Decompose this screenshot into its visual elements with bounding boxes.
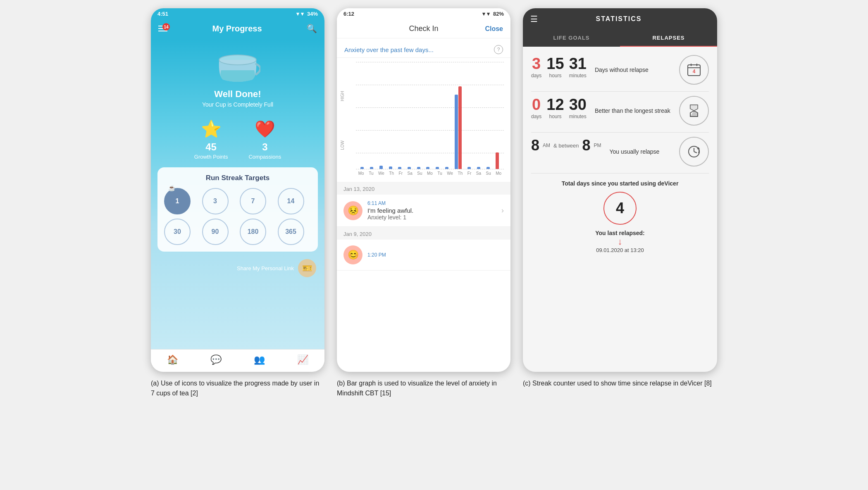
bottom-nav-a: 🏠 💬 👥 📈 (151, 349, 324, 370)
screen-b-title: Check In (409, 24, 438, 33)
streak-grid: ☕ 1 3 7 14 30 90 (164, 188, 311, 245)
battery-a: 34% (307, 11, 318, 17)
days-without-relapse-text: Days without relapse (595, 67, 649, 73)
chart-area: HIGH LOW (337, 58, 510, 182)
share-label: Share My Personal Link (237, 265, 294, 271)
streak-item-90[interactable]: 90 (202, 219, 229, 245)
nav-chart-icon[interactable]: 📈 (297, 354, 308, 365)
question-icon[interactable]: ? (494, 45, 503, 54)
checkin-list: Jan 13, 2020 😣 6:11 AM I'm feeling awful… (337, 182, 510, 271)
hamburger-icon[interactable]: ☰ (530, 14, 538, 24)
streak-item-14[interactable]: 14 (278, 188, 304, 214)
days-value-2: 0 (532, 96, 541, 114)
checkin-time-0: 6:11 AM (367, 200, 496, 206)
star-icon: ⭐ (201, 119, 222, 139)
nav-home-icon[interactable]: 🏠 (167, 354, 178, 365)
am-label: AM (543, 143, 550, 148)
anxiety-section: Anxiety over the past few days... ? (337, 38, 510, 58)
close-button[interactable]: Close (485, 25, 503, 33)
header-c: ☰ STATISTICS (523, 8, 717, 30)
checkin-avatar-0: 😣 (343, 201, 362, 220)
date-jan13: Jan 13, 2020 (337, 182, 510, 195)
streak-item-1[interactable]: ☕ 1 (164, 188, 191, 214)
compassions-stat: ❤️ 3 Compassions (248, 119, 281, 160)
caption-c: (c) Streak counter used to show time sin… (523, 378, 717, 398)
streak-item-365[interactable]: 365 (278, 219, 304, 245)
caption-a-text: (a) Use of icons to visualize the progre… (151, 380, 319, 397)
cup-graphic (215, 48, 260, 85)
screen-c: ☰ STATISTICS LIFE GOALS RELAPSES 3 days … (523, 8, 717, 372)
last-relapsed-label: You last relapsed: (531, 230, 709, 236)
minutes-label-1: minutes (569, 73, 587, 78)
hours-col-1: 15 hours (546, 55, 564, 78)
header-a: 14 My Progress 🔍 (151, 19, 324, 39)
date-jan9: Jan 9, 2020 (337, 227, 510, 240)
time-counter-1: 3 days 15 hours 31 minutes (531, 55, 587, 78)
hours-col-2: 12 hours (546, 96, 564, 119)
hours-label-1: hours (549, 73, 561, 78)
streak-title: Run Streak Targets (164, 174, 311, 182)
tab-life-goals[interactable]: LIFE GOALS (523, 30, 620, 47)
nav-chat-icon[interactable]: 💬 (210, 354, 222, 365)
notification-badge: 14 (162, 23, 170, 31)
screen-c-title: STATISTICS (544, 15, 693, 23)
longest-streak-text: Better than the longest streak (595, 107, 670, 114)
battery-b: 82% (493, 11, 504, 17)
status-bar-a: 4:51 ▾ ▾ 34% (151, 8, 324, 19)
stats-row-1: 3 days 15 hours 31 minutes Days without … (531, 55, 709, 85)
menu-icon[interactable]: 14 (158, 26, 167, 31)
checkin-avatar-1: 😊 (343, 245, 362, 264)
hourglass-icon (679, 96, 709, 126)
share-row: Share My Personal Link 🎫 (151, 259, 324, 277)
streak-item-30[interactable]: 30 (164, 219, 191, 245)
streak-item-7[interactable]: 7 (240, 188, 266, 214)
svg-text:4: 4 (693, 69, 696, 74)
checkin-content-1: 1:20 PM (367, 252, 504, 258)
screen-a: 4:51 ▾ ▾ 34% 14 My Progress 🔍 (151, 8, 324, 372)
streak-item-180[interactable]: 180 (240, 219, 266, 245)
chart-high-label: HIGH (340, 91, 345, 101)
compassions-label: Compassions (248, 154, 281, 160)
last-relapsed-section: You last relapsed: ↓ 09.01.2020 at 13:20 (531, 230, 709, 253)
search-icon[interactable]: 🔍 (307, 24, 317, 33)
checkin-item-1[interactable]: 😊 1:20 PM (337, 240, 510, 271)
status-bar-b: 6:12 ▾ ▾ 82% (337, 8, 510, 19)
compassions-value: 3 (262, 141, 267, 153)
total-count: 4 (616, 200, 624, 217)
checkin-sub-0: Anxiety level: 1 (367, 214, 496, 221)
chart-low-label: LOW (340, 140, 345, 150)
grid-line-top (356, 62, 504, 62)
chevron-right-icon: › (501, 206, 504, 215)
growth-points-value: 45 (205, 141, 217, 153)
chart-grid (356, 62, 504, 169)
caption-b-text: (b) Bar graph is used to visualize the l… (337, 380, 497, 397)
nav-people-icon[interactable]: 👥 (254, 354, 265, 365)
caption-c-text: (c) Streak counter used to show time sin… (523, 380, 712, 387)
divider-1 (531, 91, 709, 92)
calendar-icon: 4 (679, 55, 709, 85)
days-col-2: 0 days (531, 96, 541, 119)
icon-desc-3: You usually relapse (610, 148, 675, 155)
x-axis: Mo Tu We Th Fr Sa Su Mo Tu We Th Fr Sa S… (356, 169, 504, 177)
checkin-content-0: 6:11 AM I'm feeling awful. Anxiety level… (367, 200, 496, 221)
time-range: 8 AM & between 8 PM (531, 137, 601, 154)
heart-icon: ❤️ (255, 119, 275, 139)
stats-body: 3 days 15 hours 31 minutes Days without … (523, 47, 717, 262)
minutes-col-1: 31 minutes (569, 55, 587, 78)
stats-row-2: 0 days 12 hours 30 minutes Better than t… (531, 96, 709, 126)
minutes-value-1: 31 (569, 55, 587, 73)
pm-label: PM (594, 143, 601, 148)
streak-item-3[interactable]: 3 (202, 188, 229, 214)
well-done-text: Well Done! (214, 89, 261, 100)
last-relapsed-date: 09.01.2020 at 13:20 (531, 247, 709, 253)
streak-section: Run Streak Targets ☕ 1 3 7 14 (157, 167, 318, 252)
bars-container (356, 78, 504, 169)
arrow-down-icon: ↓ (531, 236, 709, 247)
growth-points-stat: ⭐ 45 Growth Points (194, 119, 228, 160)
share-button[interactable]: 🎫 (298, 259, 316, 277)
tab-relapses[interactable]: RELAPSES (620, 30, 717, 47)
time-a: 4:51 (157, 11, 168, 17)
total-section: Total days since you started using deVic… (531, 180, 709, 225)
checkin-item-0[interactable]: 😣 6:11 AM I'm feeling awful. Anxiety lev… (337, 195, 510, 227)
caption-a: (a) Use of icons to visualize the progre… (151, 378, 324, 398)
